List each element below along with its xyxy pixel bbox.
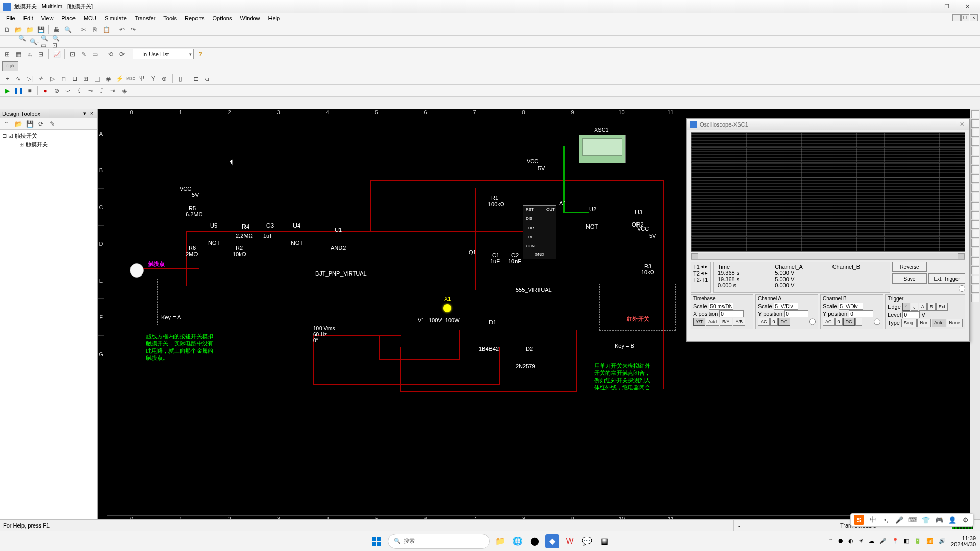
- component-q1[interactable]: Q1: [469, 249, 476, 255]
- toggle-toolbox-icon[interactable]: ⊞: [2, 49, 12, 59]
- func-gen-icon[interactable]: [971, 119, 979, 128]
- component-r5[interactable]: R5: [189, 205, 196, 211]
- explorer-icon[interactable]: 📁: [493, 534, 507, 548]
- ab-button[interactable]: A/B: [733, 318, 746, 326]
- stop-icon[interactable]: ■: [24, 86, 35, 96]
- zoom-fit-icon[interactable]: 🔍⊡: [52, 37, 62, 47]
- design-tree[interactable]: ⊟☑触摸开关 ⊞触摸开关: [0, 130, 97, 522]
- cmos-icon[interactable]: ⊔: [69, 73, 80, 84]
- chb-0-button[interactable]: 0: [835, 318, 843, 326]
- step-out-icon[interactable]: ⤴: [96, 86, 107, 96]
- component-c2[interactable]: C2: [511, 252, 519, 258]
- minimize-button[interactable]: ─: [917, 2, 936, 12]
- save-icon[interactable]: 💾: [36, 24, 46, 35]
- ext-trigger-button[interactable]: Ext. Trigger: [928, 273, 965, 284]
- component-c1[interactable]: C1: [492, 252, 499, 258]
- source-icon[interactable]: ÷: [2, 73, 12, 84]
- multisim-taskbar-icon[interactable]: ◆: [545, 534, 559, 548]
- tb-xpos-input[interactable]: [719, 310, 744, 317]
- active-analysis-icon[interactable]: ●: [40, 86, 51, 96]
- chb-ac-button[interactable]: AC: [823, 318, 835, 326]
- toolbox-dropdown-icon[interactable]: ▾: [81, 110, 88, 117]
- analog-icon[interactable]: ▷: [47, 73, 57, 84]
- wire[interactable]: [370, 180, 664, 181]
- oscilloscope-window[interactable]: Oscilloscope-XSC1 ✕ T1◂▸ T2◂▸ T2-T1: [686, 118, 970, 342]
- zoom-area-icon[interactable]: 🔍▭: [40, 37, 51, 47]
- breadboard-icon[interactable]: ⊟: [36, 49, 46, 59]
- indicator-icon[interactable]: ◉: [103, 73, 113, 84]
- pause-sim-icon[interactable]: ⊘: [52, 86, 62, 96]
- ni-icon[interactable]: ▯: [175, 73, 185, 84]
- step-icon[interactable]: ⤻: [63, 86, 73, 96]
- postproc-icon[interactable]: ⊡: [67, 49, 78, 59]
- mdi-restore-button[interactable]: ❐: [961, 14, 969, 21]
- t1-up-icon[interactable]: ◂: [701, 263, 704, 270]
- misc-digital-icon[interactable]: ⊞: [81, 73, 91, 84]
- wire[interactable]: [576, 330, 577, 392]
- wire[interactable]: [459, 330, 460, 360]
- tray-sync-icon[interactable]: ◐: [848, 538, 853, 544]
- cha-radio[interactable]: [809, 318, 816, 326]
- logic-converter-icon[interactable]: [971, 193, 979, 201]
- component-v1[interactable]: V1: [418, 317, 424, 323]
- ba-button[interactable]: B/A: [720, 318, 732, 326]
- distortion-icon[interactable]: [971, 211, 979, 219]
- multimeter-icon[interactable]: [971, 110, 979, 118]
- component-d2[interactable]: D2: [526, 346, 533, 352]
- comp-wizard-icon[interactable]: ✎: [79, 49, 89, 59]
- add-button[interactable]: Add: [706, 318, 719, 326]
- chb-minus-button[interactable]: -: [855, 318, 862, 326]
- save-design-icon[interactable]: 💾: [24, 119, 35, 129]
- type-nor-button[interactable]: Nor.: [917, 319, 931, 327]
- tray-location-icon[interactable]: 📍: [892, 538, 899, 544]
- misc-icon[interactable]: MISC: [126, 73, 136, 84]
- trig-a-button[interactable]: A: [919, 303, 927, 311]
- wire[interactable]: [499, 347, 500, 385]
- bode-icon[interactable]: [971, 156, 979, 164]
- scroll-left-icon[interactable]: [691, 253, 698, 259]
- in-use-list-select[interactable]: --- In Use List ---: [133, 49, 194, 59]
- ime-toolbar[interactable]: S 中 •, 🎤 ⌨ 👕 🎮 👤 ⚙: [850, 513, 974, 527]
- oscilloscope-icon[interactable]: [971, 138, 979, 146]
- logic-analyzer-icon[interactable]: [971, 184, 979, 192]
- component-r4[interactable]: R4: [242, 223, 249, 230]
- spreadsheet-icon[interactable]: ▦: [13, 49, 23, 59]
- pause-icon[interactable]: ❚❚: [13, 86, 23, 96]
- type-none-button[interactable]: None: [947, 319, 963, 327]
- tray-battery-icon[interactable]: 🔋: [914, 538, 921, 544]
- step-over-icon[interactable]: ⤼: [85, 86, 95, 96]
- mdi-close-button[interactable]: ×: [970, 14, 978, 21]
- rf-icon[interactable]: Y: [148, 73, 158, 84]
- tray-wifi-icon[interactable]: 📶: [926, 538, 934, 544]
- ime-tool-icon[interactable]: 🎮: [935, 515, 944, 524]
- menu-options[interactable]: Options: [209, 14, 236, 22]
- ime-keyboard-icon[interactable]: ⌨: [908, 515, 917, 524]
- type-auto-button[interactable]: Auto: [932, 319, 946, 327]
- ime-lang-button[interactable]: 中: [868, 515, 877, 524]
- edge-fall-button[interactable]: ⸜: [911, 303, 918, 311]
- ic-555[interactable]: [523, 205, 556, 259]
- undo-icon[interactable]: ↶: [117, 24, 127, 35]
- tray-app-icon[interactable]: ◧: [904, 538, 909, 544]
- menu-reports[interactable]: Reports: [181, 14, 209, 22]
- windows-taskbar[interactable]: 🔍搜索 📁 🌐 ⬤ ◆ W 💬 ▦ ⌃ ⬣ ◐ ☀ ☁ 🎤 📍 ◧ 🔋 📶 🔊 …: [0, 531, 980, 551]
- tb-scale-input[interactable]: [709, 303, 733, 310]
- scope-refdes[interactable]: XSC1: [594, 127, 609, 133]
- switch-icon[interactable]: ⊙|⊘: [2, 61, 18, 71]
- component-r2[interactable]: R2: [236, 245, 243, 251]
- component-d1[interactable]: D1: [489, 319, 496, 325]
- ir-switch-box[interactable]: [599, 284, 676, 331]
- wire[interactable]: [370, 180, 371, 231]
- zoom-out-icon[interactable]: 🔍-: [29, 37, 39, 47]
- zoom-in-icon[interactable]: 🔍+: [18, 37, 28, 47]
- tray-clock[interactable]: 11:39 2024/4/30: [951, 535, 976, 547]
- wire[interactable]: [135, 268, 199, 269]
- rename-icon[interactable]: ✎: [47, 119, 57, 129]
- wire[interactable]: [475, 188, 476, 290]
- reverse-button[interactable]: Reverse: [892, 262, 927, 272]
- redo-icon[interactable]: ↷: [128, 24, 138, 35]
- netlist-icon[interactable]: ⎌: [24, 49, 35, 59]
- toolbox-close-icon[interactable]: ×: [88, 110, 95, 117]
- print-preview-icon[interactable]: 🔍: [63, 24, 73, 35]
- tray-shield-icon[interactable]: ⬣: [838, 538, 843, 544]
